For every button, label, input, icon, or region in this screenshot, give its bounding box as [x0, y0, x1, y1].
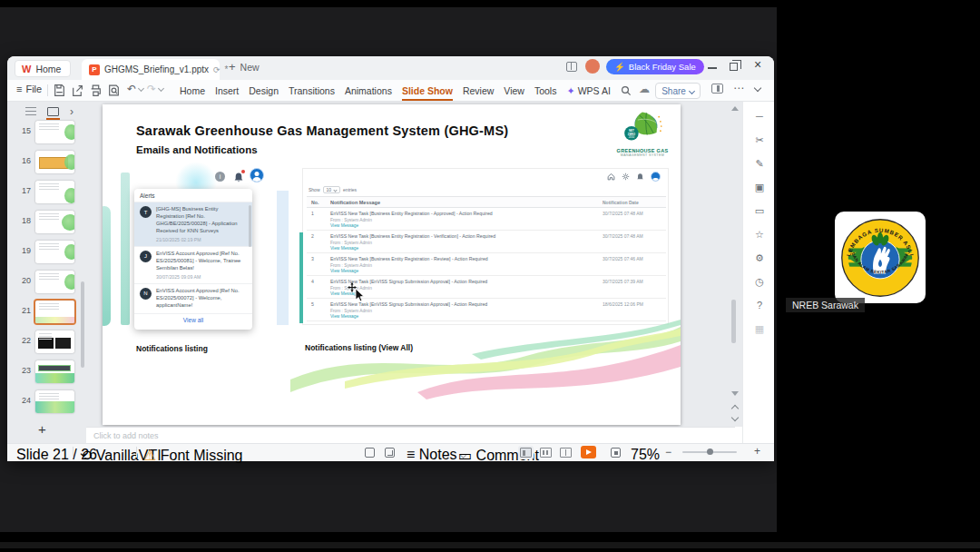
menu-wps-ai[interactable]: ✦ WPS AI: [566, 85, 610, 97]
wps-home-tab[interactable]: W Home: [15, 60, 71, 77]
menu-animations[interactable]: Animations: [345, 85, 392, 96]
mouse-cursor: [348, 282, 368, 304]
notes-toggle[interactable]: ≡ Notes: [407, 447, 466, 463]
normal-view-icon[interactable]: [520, 448, 532, 458]
file-menu-button[interactable]: ≡ File: [16, 84, 42, 94]
apps-icon[interactable]: ▦: [753, 323, 766, 335]
slide-thumbnail-22[interactable]: 22: [7, 328, 83, 358]
add-slide-button[interactable]: +: [38, 421, 46, 437]
reading-view-icon[interactable]: [560, 448, 572, 458]
cloud-save-icon[interactable]: ☁: [639, 83, 650, 95]
ghgms-logo: NET ZERO 2050 GREENHOUSE GAS MANAGEMENT …: [616, 109, 669, 165]
menu-home[interactable]: Home: [180, 85, 205, 96]
pen-annotate-icon[interactable]: ✎: [753, 158, 766, 170]
menu-tools[interactable]: Tools: [534, 85, 557, 96]
alert-item[interactable]: N EnVISS Account Approved [Ref No. ES/20…: [134, 284, 252, 314]
slide-view-icon[interactable]: [47, 107, 59, 116]
menu-design[interactable]: Design: [249, 85, 279, 96]
slide-thumbnail-15[interactable]: 15: [7, 118, 83, 148]
participant-video-tile[interactable]: LEMBAGA SUMBER ASLI DAN ALAM SEKITAR SAR…: [835, 212, 926, 303]
ghgms-leaf-icon: NET ZERO 2050: [622, 109, 663, 143]
view-message-link[interactable]: View Message: [330, 223, 597, 228]
menu-view[interactable]: View: [504, 85, 524, 96]
scroll-up-arrow[interactable]: [731, 106, 739, 111]
search-icon[interactable]: [621, 85, 632, 96]
hide-sidebar-icon[interactable]: ─: [753, 111, 766, 122]
chevron-down-icon: [333, 188, 337, 192]
zoom-slider-knob[interactable]: [707, 448, 713, 455]
jump-to-slide-icon[interactable]: [385, 448, 395, 458]
save-icon[interactable]: [53, 84, 66, 97]
history-icon[interactable]: ◷: [753, 276, 766, 288]
minimize-button[interactable]: [708, 67, 717, 69]
menu-insert[interactable]: Insert: [215, 85, 239, 96]
collapse-panel-icon[interactable]: ›: [70, 107, 74, 116]
slide-sorter-view-icon[interactable]: [540, 448, 552, 458]
table-row[interactable]: 2 EnVISS New Task [Business Entity Regis…: [307, 231, 666, 253]
favorites-icon[interactable]: ☆: [753, 229, 766, 241]
table-row[interactable]: 3 EnVISS New Task [Business Entity Regis…: [307, 253, 666, 276]
print-preview-icon[interactable]: [107, 84, 121, 97]
side-by-side-icon[interactable]: [566, 62, 577, 72]
file-menu-icon: ≡: [16, 84, 22, 94]
slide-thumbnail-18[interactable]: 18: [7, 208, 83, 238]
menu-transitions[interactable]: Transitions: [289, 85, 335, 96]
alert-time: 30/07/2025 09:09 AM: [156, 274, 245, 280]
new-tab-button[interactable]: + New: [229, 60, 260, 74]
shapes-icon[interactable]: ▣: [753, 182, 766, 193]
font-missing-warning[interactable]: ⚠ Font Missing: [143, 447, 243, 464]
zoom-out-button[interactable]: −: [665, 446, 671, 458]
settings-icon[interactable]: ⚙: [753, 252, 766, 264]
alert-item[interactable]: J EnVISS Account Approved [Ref No. ES/20…: [134, 247, 252, 284]
comment-pane-icon[interactable]: ▭: [753, 205, 766, 217]
slide-scrollbar[interactable]: [731, 300, 736, 343]
outline-view-icon[interactable]: [25, 107, 36, 116]
view-message-link[interactable]: View Message: [330, 269, 597, 273]
black-friday-sale-button[interactable]: ⚡ Black Friday Sale: [606, 59, 704, 74]
dropdown-scrollbar[interactable]: [249, 205, 251, 247]
more-options-icon[interactable]: ⋯: [733, 82, 744, 94]
notes-input[interactable]: Click to add notes: [86, 427, 735, 443]
slide-thumbnail-17[interactable]: 17: [7, 178, 83, 208]
slideshow-play-button[interactable]: [581, 446, 596, 458]
slide-thumbnail-19[interactable]: 19: [7, 238, 83, 268]
slide-thumbnail-23[interactable]: 23: [7, 358, 83, 388]
undo-button[interactable]: ↶: [127, 83, 143, 95]
account-avatar[interactable]: [585, 59, 600, 74]
task-pane-icon[interactable]: [711, 84, 723, 94]
alert-text: EnVISS Account Approved [Ref No. ES/2025…: [156, 251, 245, 272]
bell-badge: [241, 170, 245, 173]
menu-review[interactable]: Review: [463, 85, 494, 96]
slide-thumbnail-16[interactable]: 16: [7, 148, 83, 178]
alert-avatar: T: [140, 206, 152, 218]
scroll-down-arrow[interactable]: [731, 391, 739, 396]
view-message-link[interactable]: View Message: [330, 246, 597, 251]
slide-canvas[interactable]: Sarawak Greenhouse Gas Management System…: [103, 104, 681, 425]
blue-panel-fragment: [277, 191, 289, 325]
menu-slide-show[interactable]: Slide Show: [402, 85, 453, 96]
fit-slide-icon[interactable]: [611, 448, 621, 458]
print-icon[interactable]: [89, 84, 103, 97]
slide-thumbnail-21-selected[interactable]: 21: [7, 298, 83, 328]
edit-tools-icon[interactable]: ✂: [753, 134, 766, 146]
alert-item[interactable]: T [GHG-MS] Business Entity Registration …: [134, 202, 252, 247]
redo-button[interactable]: ↷: [147, 83, 163, 95]
zoom-level[interactable]: 75%: [631, 447, 660, 463]
page-size-select[interactable]: 10: [323, 186, 341, 193]
share-button[interactable]: Share: [655, 83, 701, 99]
close-button[interactable]: ×: [754, 57, 761, 72]
thumbnail-scrollbar[interactable]: [81, 281, 84, 368]
zoom-in-button[interactable]: +: [754, 445, 760, 458]
view-message-link[interactable]: View Message: [330, 291, 597, 296]
thumbnail-pane-toggle-icon[interactable]: [365, 448, 375, 458]
table-row[interactable]: 1 EnVISS New Task [Business Entity Regis…: [307, 208, 666, 231]
help-icon[interactable]: ?: [753, 300, 766, 310]
doc-sync-icon: ⟳: [213, 65, 220, 74]
restore-button[interactable]: [730, 63, 738, 71]
slide-thumbnail-24[interactable]: 24: [7, 388, 83, 418]
document-tab[interactable]: P GHGMS_Briefing_v1.pptx ⟳ *: [82, 59, 220, 80]
meeting-bottom-bar: [0, 542, 980, 548]
slide-thumbnail-20[interactable]: 20: [7, 268, 83, 298]
export-icon[interactable]: [71, 84, 84, 97]
view-all-link[interactable]: View all: [134, 314, 252, 326]
